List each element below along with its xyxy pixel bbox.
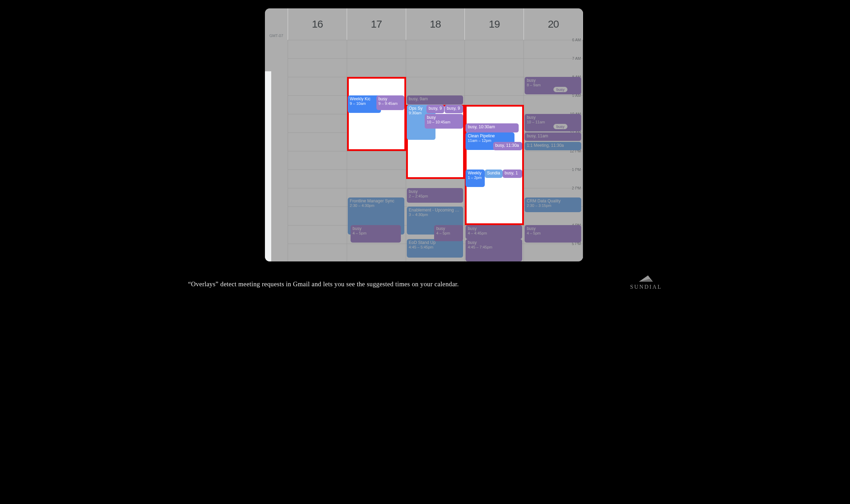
event-time: 3 – 4:30pm — [409, 213, 461, 217]
event-title: Enablement - Upcoming Launch — [409, 208, 461, 213]
event-title: busy — [409, 189, 461, 194]
event-time: 2:30 – 3:15pm — [527, 203, 579, 208]
day-16[interactable]: 16 — [288, 8, 347, 40]
day-20[interactable]: 20 — [524, 8, 583, 40]
busy-chip-2: busy — [553, 124, 568, 129]
brand-text: SUNDIAL — [630, 284, 662, 290]
hour-line — [288, 40, 583, 40]
overlay-suggestion-3[interactable] — [465, 105, 524, 225]
event-time: 4 – 5pm — [353, 231, 399, 236]
event-weekly[interactable]: Weekly 1 – 2pm — [466, 170, 485, 187]
event-title: 1:1 Meeting, 11:30a — [527, 143, 579, 148]
event-title: busy, 11:30a — [495, 143, 520, 148]
day-num: 20 — [548, 18, 559, 30]
event-title: busy, 9 — [447, 106, 461, 111]
day-num: 19 — [489, 18, 500, 30]
day-num: 16 — [312, 18, 323, 30]
event-time: 4:45 – 5:45pm — [409, 245, 461, 250]
event-eod[interactable]: EoD Stand Up 4:45 – 5:45pm — [407, 239, 463, 258]
event-time: 10 – 11am — [527, 120, 579, 124]
event-title: Frontline Manager Sync — [350, 199, 402, 203]
event-time: 10 – 10:45am — [427, 120, 461, 124]
overlay-suggestion-1[interactable] — [347, 77, 406, 151]
hours-column: 6 AM7 AM8 AM9 AM10 AM11 AM12 PM1 PM2 PM3… — [265, 40, 288, 261]
event-title: busy — [379, 96, 402, 101]
event-title: busy — [527, 226, 579, 231]
date-header: GMT-07 16 17 18 19 20 — [265, 8, 583, 40]
event-busy-1130[interactable]: busy, 11:30a — [493, 142, 522, 150]
day-col-16[interactable] — [288, 40, 347, 261]
event-time: 4:45 – 7:45pm — [468, 245, 520, 250]
event-time: 2 – 2:45pm — [409, 194, 461, 199]
event-busy-245[interactable]: busy 2 – 2:45pm — [407, 188, 463, 203]
event-title: busy — [427, 115, 461, 120]
sundial-icon — [638, 274, 654, 283]
event-busy-745[interactable]: busy 4:45 – 7:45pm — [466, 239, 522, 261]
event-title: busy, 11am — [527, 134, 579, 138]
event-title: Sundia — [487, 171, 500, 175]
event-title: busy — [468, 226, 520, 231]
event-busy-89[interactable]: busy 8 – 9am — [525, 77, 581, 94]
event-time: 8 – 9am — [527, 83, 579, 87]
busy-chip: busy — [553, 87, 568, 92]
event-busy-1011[interactable]: busy 10 – 11am — [525, 114, 581, 131]
event-title: busy — [353, 226, 399, 231]
event-crm[interactable]: CRM Data Quality 2:30 – 3:15pm — [525, 197, 581, 212]
brand-logo: SUNDIAL — [630, 274, 662, 290]
event-time: 4 – 5pm — [436, 231, 461, 236]
day-19[interactable]: 19 — [465, 8, 524, 40]
event-busy-9b[interactable]: busy, 9 — [445, 105, 463, 113]
event-time: 4 – 5pm — [527, 231, 579, 236]
event-busy-445[interactable]: busy 4 – 4:45pm — [466, 225, 522, 239]
event-weekly-kick[interactable]: Weekly Kic 9 – 10am — [348, 95, 381, 113]
event-title: busy, 10:30am — [468, 124, 517, 129]
day-18[interactable]: 18 — [406, 8, 465, 40]
hour-line — [288, 58, 583, 59]
event-time: 9 – 10am — [350, 101, 379, 106]
event-busy-945[interactable]: busy 9 – 9:45am — [376, 95, 404, 110]
event-title: busy, 1 — [505, 171, 520, 175]
event-title: Weekly Kic — [350, 96, 379, 101]
event-time: 9 – 9:45am — [379, 101, 402, 106]
calendar-grid: 6 AM7 AM8 AM9 AM10 AM11 AM12 PM1 PM2 PM3… — [265, 40, 583, 261]
calendar-window: GMT-07 16 17 18 19 20 6 AM7 AM8 AM9 AM10… — [265, 8, 583, 261]
grid-days: Weekly Kic 9 – 10am busy 9 – 9:45am Fron… — [288, 40, 583, 261]
event-title: busy — [468, 240, 520, 245]
event-title: busy — [527, 115, 579, 120]
day-17[interactable]: 17 — [347, 8, 406, 40]
event-busy-45[interactable]: busy 4 – 5pm — [351, 225, 401, 243]
event-title: busy — [527, 78, 579, 83]
event-time: 4 – 4:45pm — [468, 231, 520, 236]
event-1on1[interactable]: 1:1 Meeting, 11:30a — [525, 142, 581, 150]
event-title: busy, 9am — [409, 96, 461, 101]
event-busy-1030[interactable]: busy, 10:30am — [466, 123, 519, 132]
timezone-label: GMT-07 — [265, 8, 288, 40]
day-num: 17 — [371, 18, 382, 30]
event-title: busy — [436, 226, 461, 231]
event-title: Weekly — [468, 171, 483, 175]
event-busy-9a[interactable]: busy, 9 — [426, 105, 444, 113]
caption-text: “Overlays” detect meeting requests in Gm… — [188, 281, 459, 288]
event-busy-9[interactable]: busy, 9am — [407, 95, 463, 105]
event-time: 2:30 – 4:30pm — [350, 203, 402, 208]
event-busy-1[interactable]: busy, 1 — [503, 170, 522, 178]
event-busy-45b[interactable]: busy 4 – 5pm — [434, 225, 463, 241]
event-title: busy, 9 — [428, 106, 442, 111]
event-sundia[interactable]: Sundia — [485, 170, 502, 178]
day-col-20[interactable]: busy 8 – 9am busy busy 10 – 11am busy bu… — [524, 40, 583, 261]
event-title: Clean Pipeline — [468, 134, 512, 138]
event-time: 1 – 2pm — [468, 175, 483, 180]
event-busy-11[interactable]: busy, 11am — [525, 132, 581, 141]
event-title: CRM Data Quality — [527, 199, 579, 203]
day-num: 18 — [430, 18, 441, 30]
event-busy-45c[interactable]: busy 4 – 5pm — [525, 225, 581, 243]
event-busy-1045[interactable]: busy 10 – 10:45am — [425, 114, 463, 129]
